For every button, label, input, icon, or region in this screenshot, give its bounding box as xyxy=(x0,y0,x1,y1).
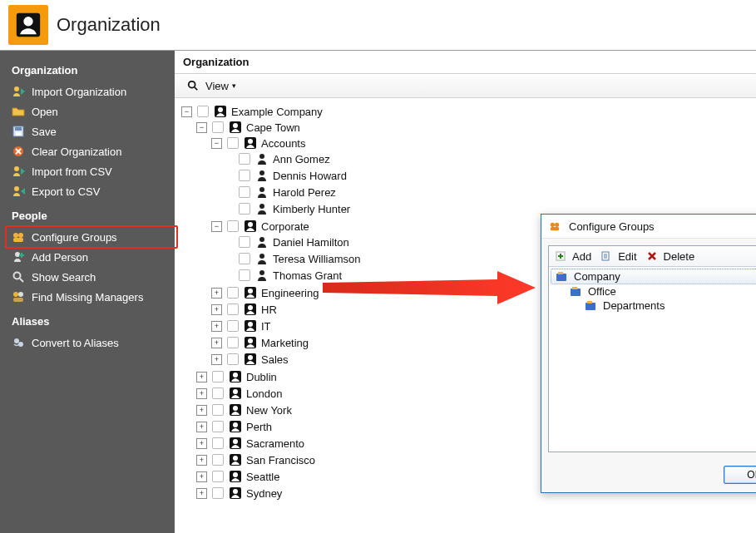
panel-title: Organization xyxy=(175,51,756,74)
tree-label: Sydney xyxy=(246,487,282,500)
expand-icon[interactable]: + xyxy=(211,338,222,348)
expand-icon[interactable]: + xyxy=(196,405,207,416)
checkbox[interactable] xyxy=(239,170,250,181)
svg-point-45 xyxy=(248,289,253,294)
tree-person[interactable]: Ann Gomez xyxy=(226,151,753,166)
view-menu[interactable]: View ▾ xyxy=(181,77,241,94)
checkbox[interactable] xyxy=(227,287,239,299)
organization-icon xyxy=(8,5,48,45)
checkbox[interactable] xyxy=(227,137,239,149)
chevron-down-icon: ▾ xyxy=(232,81,236,90)
sidebar-item-import-org[interactable]: Import Organization xyxy=(0,81,175,101)
group-row[interactable]: Departments xyxy=(551,299,756,313)
expand-icon[interactable]: + xyxy=(196,471,207,482)
sidebar-item-configure-groups[interactable]: Configure Groups xyxy=(0,227,175,247)
collapse-icon[interactable]: − xyxy=(196,122,207,133)
collapse-icon[interactable]: − xyxy=(181,106,192,117)
tree-group[interactable]: −Example Company xyxy=(181,104,753,119)
expand-icon[interactable]: + xyxy=(211,354,222,365)
person-icon xyxy=(255,152,269,165)
svg-point-59 xyxy=(233,406,238,411)
dialog-title: Configure Groups xyxy=(569,220,655,233)
org-icon xyxy=(229,121,242,134)
tree-person[interactable]: Dennis Howard xyxy=(226,168,753,183)
expand-icon[interactable]: + xyxy=(196,372,207,382)
tree-group[interactable]: −Cape Town xyxy=(196,120,753,135)
expand-icon[interactable]: + xyxy=(196,488,207,499)
checkbox[interactable] xyxy=(212,121,224,133)
tree-label: Harold Perez xyxy=(273,186,336,199)
add-person-icon xyxy=(12,250,25,264)
sidebar-item-clear-org[interactable]: Clear Organization xyxy=(0,141,175,161)
svg-rect-16 xyxy=(13,238,23,242)
sidebar-item-add-person[interactable]: Add Person xyxy=(0,247,175,267)
checkbox[interactable] xyxy=(227,320,239,332)
checkbox[interactable] xyxy=(197,106,209,117)
find-managers-icon xyxy=(12,290,25,304)
expand-icon[interactable]: + xyxy=(211,304,222,315)
checkbox[interactable] xyxy=(239,153,250,165)
checkbox[interactable] xyxy=(227,304,239,315)
collapse-icon[interactable]: − xyxy=(211,138,222,149)
ok-button[interactable]: OK xyxy=(724,466,756,484)
sidebar-item-save[interactable]: Save xyxy=(0,121,175,141)
sidebar-item-show-search[interactable]: Show Search xyxy=(0,267,175,287)
svg-point-14 xyxy=(13,233,18,238)
checkbox[interactable] xyxy=(227,337,239,348)
sidebar-item-convert-to-aliases[interactable]: Convert to Aliases xyxy=(0,333,175,353)
checkbox[interactable] xyxy=(239,253,250,264)
checkbox[interactable] xyxy=(212,404,224,416)
group-list[interactable]: CompanyOfficeDepartments xyxy=(549,267,756,452)
checkbox[interactable] xyxy=(212,371,224,382)
page-title: Organization xyxy=(57,14,161,36)
org-icon xyxy=(244,220,257,233)
sidebar: OrganizationImport OrganizationOpenSaveC… xyxy=(0,51,175,533)
checkbox[interactable] xyxy=(239,269,250,281)
checkbox[interactable] xyxy=(212,454,224,466)
org-icon xyxy=(229,437,242,450)
org-icon xyxy=(229,470,242,483)
person-icon xyxy=(255,169,269,182)
checkbox[interactable] xyxy=(239,186,250,198)
checkbox[interactable] xyxy=(227,353,239,365)
checkbox[interactable] xyxy=(212,437,224,449)
expand-icon[interactable]: + xyxy=(211,288,222,299)
tree-label: Seattle xyxy=(246,471,279,483)
tree-group[interactable]: −Accounts xyxy=(211,136,753,151)
sidebar-item-find-missing-managers[interactable]: Find Missing Managers xyxy=(0,287,175,307)
tree-person[interactable]: Harold Perez xyxy=(226,185,753,200)
delete-button[interactable]: Delete xyxy=(645,249,695,263)
sidebar-item-export-csv[interactable]: Export to CSV xyxy=(0,181,175,201)
checkbox[interactable] xyxy=(239,236,250,248)
svg-point-10 xyxy=(14,166,19,171)
sidebar-item-label: Open xyxy=(32,106,58,118)
checkbox[interactable] xyxy=(212,487,224,499)
collapse-icon[interactable]: − xyxy=(211,221,222,232)
sidebar-item-open[interactable]: Open xyxy=(0,101,175,121)
svg-point-1 xyxy=(23,17,32,26)
expand-icon[interactable]: + xyxy=(196,455,207,466)
expand-icon[interactable]: + xyxy=(196,422,207,432)
main-toolbar: View ▾ xyxy=(175,74,756,98)
checkbox[interactable] xyxy=(212,421,224,432)
svg-line-21 xyxy=(20,279,23,282)
group-row[interactable]: Office xyxy=(551,284,756,299)
svg-point-42 xyxy=(259,254,264,259)
expand-icon[interactable]: + xyxy=(196,438,207,449)
expand-icon[interactable]: + xyxy=(211,321,222,332)
checkbox[interactable] xyxy=(239,203,250,215)
person-icon xyxy=(255,235,269,249)
org-icon xyxy=(229,370,242,383)
checkbox[interactable] xyxy=(227,220,239,232)
expand-icon[interactable]: + xyxy=(196,388,207,399)
sidebar-item-import-csv[interactable]: Import from CSV xyxy=(0,161,175,181)
group-row[interactable]: Company xyxy=(551,269,756,284)
checkbox[interactable] xyxy=(212,387,224,399)
svg-rect-5 xyxy=(15,127,22,131)
sidebar-heading: Aliases xyxy=(0,307,175,333)
checkbox[interactable] xyxy=(212,471,224,482)
sidebar-item-label: Show Search xyxy=(32,271,96,284)
users-import-icon xyxy=(12,85,25,98)
add-button[interactable]: Add xyxy=(554,249,591,263)
edit-button[interactable]: Edit xyxy=(600,249,636,263)
